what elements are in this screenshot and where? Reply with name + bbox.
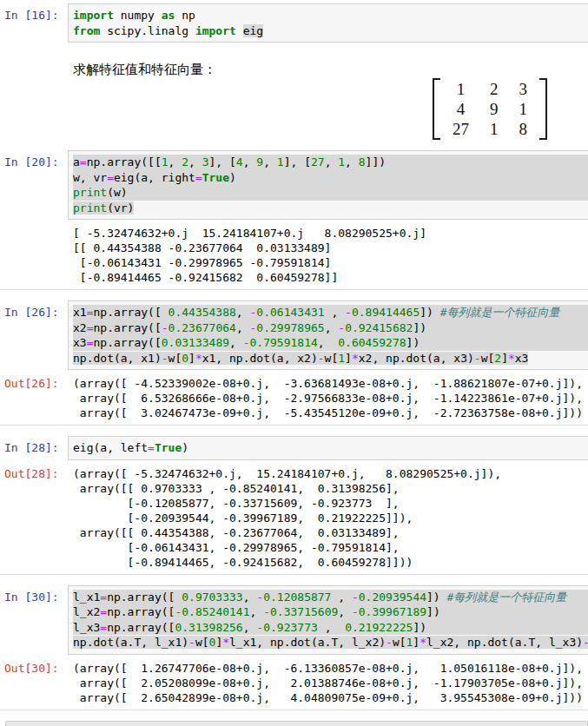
matrix: 1234912718: [433, 78, 547, 140]
code-line: x3=np.array([0.03133489, -0.79591814, 0.…: [73, 335, 588, 351]
matrix-row: 2718: [442, 119, 538, 139]
code-editor[interactable]: a=np.array([[1, 2, 3], [4, 9, 1], [27, 1…: [68, 150, 588, 220]
matrix-table: 1234912718: [442, 79, 538, 139]
cell-output: Out[28]:(array([ -5.32474632+0.j, 15.241…: [0, 465, 588, 570]
output-text: [ -5.32474632+0.j 15.24184107+0.j 8.0829…: [68, 225, 588, 285]
code-line: eig(a, left=True): [73, 440, 588, 456]
output-text: (array([ -4.52339002e-08+0.j, -3.6368149…: [68, 375, 588, 420]
in-prompt: In [16]:: [0, 3, 68, 43]
code-cell: In [16]:import numpy as npfrom scipy.lin…: [0, 3, 588, 43]
cell-divider: [0, 710, 588, 710]
code-line: x1=np.array([ 0.44354388, -0.06143431 , …: [73, 305, 588, 320]
cell-input: In [16]:import numpy as npfrom scipy.lin…: [0, 3, 588, 43]
code-line: l_x2=np.array([-0.85240141, -0.33715609,…: [73, 604, 588, 620]
code-line: l_x1=np.array([ 0.9703333, -0.12085877 ,…: [73, 590, 588, 605]
out-prompt: Out[28]:: [0, 465, 68, 570]
cell-input: In [30]:l_x1=np.array([ 0.9703333, -0.12…: [0, 585, 588, 655]
matrix-row: 491: [442, 99, 538, 119]
out-prompt: Out[30]:: [0, 660, 68, 705]
cell-divider: [0, 289, 588, 290]
matrix-row: 123: [442, 79, 538, 99]
out-prompt: [0, 225, 68, 285]
code-line: import numpy as np: [73, 8, 588, 23]
code-line: l_x3=np.array([0.31398256, -0.923773 , 0…: [73, 620, 588, 636]
cell-output: [ -5.32474632+0.j 15.24184107+0.j 8.0829…: [0, 225, 588, 285]
notebook: In [16]:import numpy as npfrom scipy.lin…: [0, 0, 588, 726]
code-cell: In [20]:a=np.array([[1, 2, 3], [4, 9, 1]…: [0, 150, 588, 290]
matrix-value: 8: [509, 119, 538, 139]
matrix-left-bracket: [433, 78, 440, 140]
code-line: from scipy.linalg import eig: [73, 23, 588, 39]
out-prompt: Out[26]:: [0, 375, 68, 420]
cell-input: In [28]:eig(a, left=True): [0, 436, 588, 460]
code-cell: In [30]:l_x1=np.array([ 0.9703333, -0.12…: [0, 585, 588, 710]
in-prompt: In [28]:: [0, 436, 68, 460]
code-line: print(w): [73, 185, 588, 201]
cell-input: In [20]:a=np.array([[1, 2, 3], [4, 9, 1]…: [0, 150, 588, 220]
code-editor[interactable]: eig(a, left=True): [68, 436, 588, 460]
matrix-value: 1: [442, 79, 479, 99]
cell-divider: [0, 574, 588, 575]
code-cell: In [26]:x1=np.array([ 0.44354388, -0.061…: [0, 300, 588, 426]
output-text: (array([ -5.32474632+0.j, 15.24184107+0.…: [68, 465, 588, 570]
cell-input: In [26]:x1=np.array([ 0.44354388, -0.061…: [0, 300, 588, 370]
matrix-value: 3: [509, 79, 538, 99]
next-cell-partial[interactable]: [5, 721, 588, 726]
in-prompt: In [20]:: [0, 150, 68, 220]
code-editor[interactable]: l_x1=np.array([ 0.9703333, -0.12085877 ,…: [68, 585, 588, 655]
matrix-right-bracket: [539, 78, 547, 140]
code-line: print(vr): [73, 201, 588, 216]
matrix-value: 1: [479, 119, 509, 139]
matrix-value: 4: [442, 99, 479, 119]
matrix-value: 27: [442, 119, 479, 139]
code-editor[interactable]: x1=np.array([ 0.44354388, -0.06143431 , …: [68, 300, 588, 370]
cell-divider: [0, 425, 588, 426]
in-prompt: In [30]:: [0, 585, 68, 655]
code-line: a=np.array([[1, 2, 3], [4, 9, 1], [27, 1…: [73, 155, 588, 170]
cell-output: Out[30]:(array([ 1.26747706e-08+0.j, -6.…: [0, 660, 588, 705]
matrix-value: 2: [479, 79, 509, 99]
code-editor[interactable]: import numpy as npfrom scipy.linalg impo…: [68, 3, 588, 43]
output-text: (array([ 1.26747706e-08+0.j, -6.13360857…: [68, 660, 588, 705]
markdown-cell[interactable]: 求解特征值和特征向量：1234912718: [0, 60, 588, 140]
cell-output: Out[26]:(array([ -4.52339002e-08+0.j, -3…: [0, 375, 588, 420]
code-line: np.dot(a, x1)-w[0]*x1, np.dot(a, x2)-w[1…: [73, 351, 588, 366]
matrix-value: 1: [509, 99, 538, 119]
in-prompt: In [26]:: [0, 300, 68, 370]
matrix-container: 1234912718: [73, 78, 588, 140]
matrix-value: 9: [479, 99, 509, 119]
code-line: w, vr=eig(a, right=True): [73, 170, 588, 186]
code-line: x2=np.array([-0.23677064, -0.29978965, -…: [73, 320, 588, 336]
code-line: np.dot(a.T, l_x1)-w[0]*l_x1, np.dot(a.T,…: [73, 635, 588, 650]
code-cell: In [28]:eig(a, left=True)Out[28]:(array(…: [0, 436, 588, 575]
markdown-text: 求解特征值和特征向量：: [73, 60, 588, 78]
